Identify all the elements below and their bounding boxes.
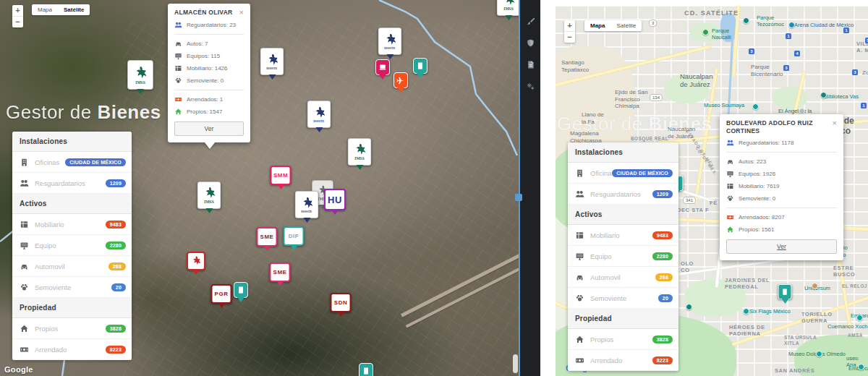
- marker-tail: [290, 245, 297, 250]
- poi-icon[interactable]: [788, 22, 795, 28]
- poi-icon[interactable]: [816, 351, 822, 357]
- marker-tail: [386, 54, 393, 59]
- marker-building2-icon[interactable]: [359, 363, 373, 376]
- map-button[interactable]: Mapa: [584, 20, 610, 31]
- count-badge: 3828: [106, 325, 126, 333]
- poi-icon[interactable]: [799, 108, 805, 114]
- marker-laptop-icon[interactable]: [375, 59, 390, 80]
- sidebar-item-semoviente[interactable]: Semoviente20: [568, 288, 678, 309]
- sidebar-item-arrendado[interactable]: Arrendado8223: [568, 350, 678, 371]
- sidebar-item-semoviente[interactable]: Semoviente20: [12, 277, 132, 298]
- marker-building2-icon[interactable]: [234, 282, 248, 302]
- scrollbar-thumb[interactable]: [513, 354, 518, 373]
- sidebar-item-automovil[interactable]: Automovil268: [12, 256, 132, 277]
- popup-stat-row: Reguardatarios: 1178: [726, 139, 837, 147]
- popup-stat-row: Arrendados: 8207: [726, 213, 837, 221]
- marker-building2-icon[interactable]: [778, 284, 792, 304]
- building2-icon: [416, 61, 425, 70]
- road-map[interactable]: + − Mapa Satélite Gestor de Bienes CD. S…: [556, 6, 868, 376]
- map-label: Parque Tezozómoc: [757, 14, 784, 27]
- gears-icon[interactable]: [526, 81, 535, 90]
- shield-icon[interactable]: [526, 38, 535, 47]
- sidebar-item-equipo[interactable]: Equipo2280: [568, 246, 678, 267]
- marker-eagle[interactable]: [187, 252, 205, 275]
- count-badge: 20: [658, 294, 673, 302]
- count-badge: 2280: [652, 252, 673, 260]
- map-type-control: Mapa Satélite: [584, 20, 642, 31]
- sidebar-item-mobiliario[interactable]: Mobiliario9483: [12, 214, 132, 235]
- satellite-button[interactable]: Satélite: [610, 20, 642, 31]
- poi-icon[interactable]: [820, 92, 827, 98]
- poi-icon[interactable]: [856, 315, 863, 321]
- poi-icon[interactable]: [858, 364, 864, 370]
- sidebar-item-oficinas[interactable]: OficinasCIUDAD DE MÉXICO: [568, 163, 678, 184]
- transit-icon[interactable]: 1: [843, 27, 849, 33]
- marker-building2-icon[interactable]: [413, 58, 427, 78]
- marker-imss[interactable]: IMSS: [497, 0, 519, 20]
- sidebar-item-resguardatarios[interactable]: Resguardatarios1209: [568, 184, 678, 205]
- sidebar-item-equipo[interactable]: Equipo2280: [12, 235, 132, 256]
- transit-icon[interactable]: 3: [749, 48, 754, 54]
- poi-icon[interactable]: [743, 308, 749, 315]
- transit-icon[interactable]: 1: [861, 103, 867, 108]
- popup-stat-text: Semoviente: 0: [187, 77, 224, 84]
- marker-imss[interactable]: IMSS: [348, 138, 372, 170]
- sidebar-item-resguardatarios[interactable]: Resguardatarios1209: [12, 173, 132, 194]
- popup-stat-row: Equipos: 115: [174, 52, 244, 60]
- transit-icon[interactable]: 5: [865, 38, 868, 43]
- marker-dif[interactable]: DIF: [284, 226, 305, 250]
- file-icon[interactable]: [526, 59, 535, 69]
- sidebar-item-propios[interactable]: Propios3828: [568, 329, 678, 350]
- marker-imss[interactable]: IMSS: [127, 60, 153, 94]
- marker-issste[interactable]: ISSSTE: [260, 48, 284, 80]
- satellite-map[interactable]: + − Mapa Satélite Gestor de Bienes IMSSI…: [0, 0, 519, 376]
- zoom-out-button[interactable]: −: [12, 17, 23, 27]
- satellite-button[interactable]: Satélite: [58, 4, 90, 15]
- transit-icon[interactable]: 3: [852, 69, 858, 75]
- map-label: TORIELLO GUERRA: [801, 311, 833, 324]
- poi-icon[interactable]: [743, 17, 749, 24]
- sidebar-item-automovil[interactable]: Automovil268: [568, 267, 678, 288]
- divider-handle[interactable]: [515, 194, 522, 201]
- map-label: Zo: [862, 69, 868, 77]
- marker-label: SDN: [334, 300, 347, 306]
- zoom-out-button[interactable]: −: [564, 32, 575, 43]
- transit-icon[interactable]: 1: [786, 33, 791, 39]
- sidebar-item-mobiliario[interactable]: Mobiliario9483: [568, 225, 678, 246]
- marker-sme[interactable]: SME: [257, 227, 278, 251]
- marker-label: IMSS: [354, 157, 364, 161]
- map-button[interactable]: Mapa: [32, 4, 58, 15]
- marker-sme[interactable]: SME: [270, 262, 291, 286]
- zoom-in-button[interactable]: +: [564, 20, 575, 32]
- sidebar-item-arrendado[interactable]: Arrendado8223: [12, 339, 132, 360]
- sidebar: InstalacionesOficinasCIUDAD DE MÉXICORes…: [12, 132, 132, 360]
- zoom-in-button[interactable]: +: [12, 5, 23, 17]
- popup-stat-row: Semoviente: 0: [726, 195, 837, 202]
- building2-icon: [362, 367, 370, 375]
- poi-icon[interactable]: [812, 283, 818, 289]
- home-icon: [726, 226, 734, 234]
- marker-imss[interactable]: IMSS: [197, 181, 221, 213]
- ver-button[interactable]: Ver: [726, 239, 837, 254]
- marker-sdn[interactable]: SDN: [331, 293, 352, 317]
- marker-issste[interactable]: ISSSTE: [378, 27, 402, 59]
- marker-issste[interactable]: ISSSTE: [307, 101, 331, 132]
- car-icon: [20, 262, 29, 271]
- transit-icon[interactable]: 4: [794, 51, 800, 56]
- marker-hu[interactable]: HU: [324, 189, 346, 215]
- transit-icon[interactable]: 3: [783, 65, 789, 71]
- poi-icon[interactable]: [702, 29, 709, 35]
- poi-icon[interactable]: [686, 304, 692, 310]
- close-icon[interactable]: ×: [239, 9, 244, 17]
- marker-plane-icon[interactable]: [393, 72, 408, 93]
- marker-smm[interactable]: SMM: [271, 166, 292, 189]
- sidebar-item-oficinas[interactable]: OficinasCIUDAD DE MÉXICO: [12, 152, 132, 173]
- brush-icon[interactable]: [526, 16, 535, 25]
- marker-label: IMSS: [204, 200, 213, 205]
- marker-pgr[interactable]: PGR: [211, 284, 232, 308]
- sidebar-item-propios[interactable]: Propios3828: [12, 318, 132, 339]
- close-icon[interactable]: ×: [833, 119, 837, 127]
- poi-icon[interactable]: [752, 103, 759, 110]
- ver-button[interactable]: Ver: [174, 121, 244, 136]
- marker-issste[interactable]: ISSSTE: [295, 191, 319, 223]
